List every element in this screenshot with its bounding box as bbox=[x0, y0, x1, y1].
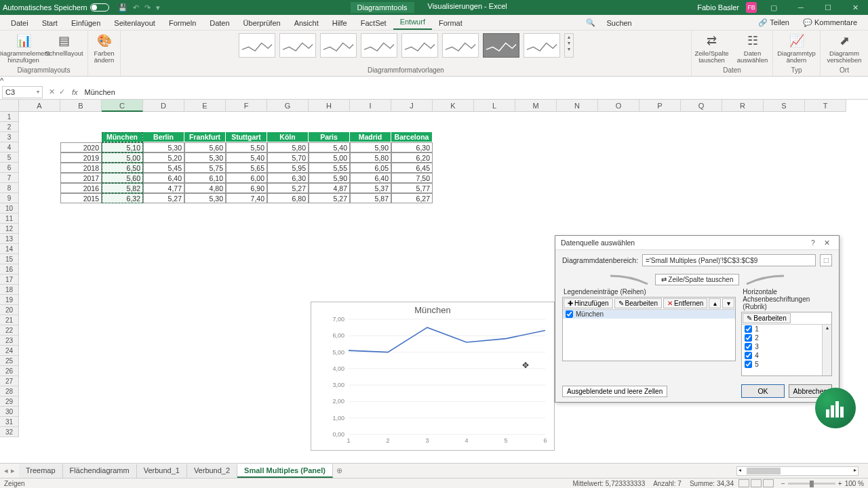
row-header-1[interactable]: 1 bbox=[0, 112, 19, 122]
cell-G8[interactable]: 5,27 bbox=[267, 183, 309, 193]
axis-edit-button[interactable]: ✎Bearbeiten bbox=[743, 313, 790, 323]
cell-H5[interactable]: 5,00 bbox=[309, 152, 350, 163]
axis-scrollbar[interactable]: ▴ bbox=[822, 325, 831, 375]
col-header-E[interactable]: E bbox=[184, 100, 226, 112]
legend-down-button[interactable]: ▾ bbox=[722, 298, 734, 308]
legend-up-button[interactable]: ▴ bbox=[709, 298, 721, 308]
cell-H4[interactable]: 5,40 bbox=[309, 142, 350, 152]
cell-H6[interactable]: 5,55 bbox=[309, 163, 350, 173]
cell-C9[interactable]: 6,32 bbox=[102, 193, 143, 203]
axis-item[interactable]: 1 bbox=[742, 325, 831, 333]
col-header-S[interactable]: S bbox=[764, 100, 805, 112]
axis-item[interactable]: 3 bbox=[742, 342, 831, 351]
col-header-B[interactable]: B bbox=[60, 100, 102, 112]
cell-J8[interactable]: 5,77 bbox=[391, 183, 433, 193]
cell-D6[interactable]: 5,45 bbox=[143, 163, 184, 173]
cell-H3[interactable]: Paris bbox=[309, 132, 350, 142]
sheet-tab[interactable]: Verbund_2 bbox=[187, 464, 237, 478]
chart-style-6[interactable] bbox=[442, 33, 479, 58]
row-header-32[interactable]: 32 bbox=[0, 427, 19, 437]
row-header-27[interactable]: 27 bbox=[0, 376, 19, 386]
cell-I7[interactable]: 6,40 bbox=[350, 173, 391, 183]
row-header-9[interactable]: 9 bbox=[0, 193, 19, 203]
chart-range-input[interactable]: ='Small Multiples (Panel)'!$C$3:$C$9 bbox=[642, 254, 816, 266]
zoom-level[interactable]: 100 % bbox=[845, 480, 864, 487]
cell-B5[interactable]: 2019 bbox=[60, 152, 102, 163]
col-header-M[interactable]: M bbox=[515, 100, 557, 112]
tab-factset[interactable]: FactSet bbox=[354, 16, 393, 30]
change-chart-type-button[interactable]: 📈Diagrammtyp ändern bbox=[777, 32, 816, 64]
tab-format[interactable]: Format bbox=[432, 16, 469, 30]
tab-seitenlayout[interactable]: Seitenlayout bbox=[107, 16, 162, 30]
cell-B4[interactable]: 2020 bbox=[60, 142, 102, 152]
cell-J4[interactable]: 6,30 bbox=[391, 142, 433, 152]
name-box[interactable]: C3▾ bbox=[2, 86, 43, 98]
col-header-K[interactable]: K bbox=[433, 100, 474, 112]
cell-E3[interactable]: Frankfurt bbox=[184, 132, 226, 142]
cell-F3[interactable]: Stuttgart bbox=[226, 132, 267, 142]
ribbon-options-icon[interactable]: ▢ bbox=[764, 3, 784, 12]
row-header-4[interactable]: 4 bbox=[0, 142, 19, 152]
col-header-Q[interactable]: Q bbox=[681, 100, 722, 112]
row-header-31[interactable]: 31 bbox=[0, 417, 19, 427]
search-icon[interactable]: 🔍 bbox=[582, 16, 599, 30]
formula-input[interactable]: München bbox=[81, 88, 868, 96]
accept-formula-icon[interactable]: ✓ bbox=[59, 87, 65, 96]
minimize-icon[interactable]: ─ bbox=[791, 3, 811, 12]
axis-item-checkbox[interactable] bbox=[745, 352, 752, 359]
chart-style-2[interactable] bbox=[279, 33, 316, 58]
col-header-G[interactable]: G bbox=[267, 100, 309, 112]
legend-remove-button[interactable]: ✕Entfernen bbox=[663, 298, 707, 308]
comments-button[interactable]: 💬 Kommentare bbox=[796, 16, 864, 30]
row-header-14[interactable]: 14 bbox=[0, 244, 19, 254]
col-header-F[interactable]: F bbox=[226, 100, 267, 112]
row-header-12[interactable]: 12 bbox=[0, 224, 19, 234]
cell-B7[interactable]: 2017 bbox=[60, 173, 102, 183]
add-chart-element-button[interactable]: 📊Diagrammelement hinzufügen bbox=[4, 32, 43, 64]
cell-I8[interactable]: 5,37 bbox=[350, 183, 391, 193]
hidden-cells-button[interactable]: Ausgeblendete und leere Zellen bbox=[562, 386, 667, 397]
row-header-18[interactable]: 18 bbox=[0, 285, 19, 295]
fx-icon[interactable]: fx bbox=[69, 88, 81, 96]
maximize-icon[interactable]: ☐ bbox=[818, 3, 838, 12]
row-header-20[interactable]: 20 bbox=[0, 305, 19, 315]
row-header-24[interactable]: 24 bbox=[0, 346, 19, 356]
col-header-A[interactable]: A bbox=[19, 100, 60, 112]
qat-more-icon[interactable]: ▾ bbox=[156, 3, 160, 12]
row-header-28[interactable]: 28 bbox=[0, 386, 19, 396]
row-header-19[interactable]: 19 bbox=[0, 295, 19, 305]
axis-item[interactable]: 5 bbox=[742, 360, 831, 369]
select-data-button[interactable]: ☷Daten auswählen bbox=[733, 32, 772, 64]
chart-style-7[interactable] bbox=[483, 33, 519, 58]
cell-G6[interactable]: 5,95 bbox=[267, 163, 309, 173]
tab-entwurf[interactable]: Entwurf bbox=[393, 15, 432, 30]
row-header-22[interactable]: 22 bbox=[0, 325, 19, 336]
row-header-16[interactable]: 16 bbox=[0, 264, 19, 274]
switch-row-col-button[interactable]: ⇄ Zeile/Spalte tauschen bbox=[655, 274, 740, 285]
add-sheet-button[interactable]: ⊕ bbox=[333, 466, 347, 475]
zoom-slider[interactable] bbox=[788, 483, 835, 485]
cell-E7[interactable]: 6,10 bbox=[184, 173, 226, 183]
chart-style-4[interactable] bbox=[361, 33, 397, 58]
cell-D7[interactable]: 6,40 bbox=[143, 173, 184, 183]
cell-J7[interactable]: 7,50 bbox=[391, 173, 433, 183]
close-icon[interactable]: ✕ bbox=[845, 3, 865, 12]
cell-J9[interactable]: 6,27 bbox=[391, 193, 433, 203]
quick-layout-button[interactable]: ▤Schnelllayout bbox=[45, 32, 84, 57]
tab-datei[interactable]: Datei bbox=[4, 16, 35, 30]
cell-I3[interactable]: Madrid bbox=[350, 132, 391, 142]
row-header-13[interactable]: 13 bbox=[0, 234, 19, 244]
row-header-8[interactable]: 8 bbox=[0, 183, 19, 193]
sheet-nav-prev-icon[interactable]: ◂ bbox=[4, 466, 8, 475]
save-icon[interactable]: 💾 bbox=[118, 3, 127, 12]
col-header-J[interactable]: J bbox=[391, 100, 433, 112]
cell-G9[interactable]: 6,80 bbox=[267, 193, 309, 203]
cell-I9[interactable]: 5,87 bbox=[350, 193, 391, 203]
normal-view-icon[interactable] bbox=[738, 479, 749, 487]
axis-item-checkbox[interactable] bbox=[745, 361, 752, 368]
help-icon[interactable]: ? bbox=[806, 239, 820, 247]
sheet-nav-next-icon[interactable]: ▸ bbox=[11, 466, 15, 475]
collapse-range-icon[interactable]: ⬚ bbox=[820, 254, 832, 266]
chart-style-1[interactable] bbox=[239, 33, 275, 58]
cell-D9[interactable]: 5,27 bbox=[143, 193, 184, 203]
